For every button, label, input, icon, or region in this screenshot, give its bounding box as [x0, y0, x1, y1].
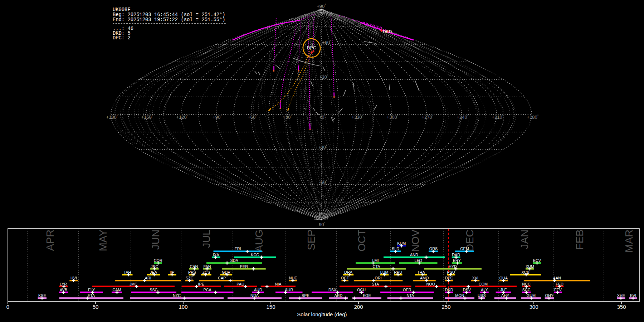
svg-text:AUG: AUG [253, 230, 265, 252]
svg-text:MON: MON [455, 293, 464, 298]
svg-text:DSV: DSV [463, 288, 471, 292]
svg-text:PPS: PPS [188, 270, 196, 274]
svg-text:NTA: NTA [406, 293, 414, 298]
svg-text:CAP: CAP [218, 276, 226, 280]
svg-text:JUL: JUL [201, 230, 212, 248]
svg-text:+330°: +330° [352, 114, 364, 120]
svg-text:NOO: NOO [426, 282, 435, 286]
svg-text:+150°: +150° [141, 114, 153, 120]
svg-text:MAY: MAY [97, 230, 109, 252]
svg-text:AUR: AUR [285, 288, 293, 292]
svg-text:NIA: NIA [275, 282, 282, 286]
svg-text:KCG: KCG [251, 253, 259, 257]
svg-text:AND: AND [410, 253, 418, 257]
svg-text:STA: STA [372, 282, 379, 286]
svg-text:300: 300 [529, 304, 538, 310]
svg-text:SSG: SSG [150, 288, 158, 292]
svg-text:SPE: SPE [302, 293, 309, 298]
svg-text:COM: COM [479, 282, 488, 286]
svg-text:MAR: MAR [623, 230, 635, 253]
svg-text:DSX: DSX [328, 288, 336, 292]
svg-text:ORI: ORI [375, 276, 382, 280]
svg-text:FEV: FEV [554, 288, 562, 292]
svg-text:AMO: AMO [420, 276, 429, 280]
svg-text:SEP: SEP [306, 230, 317, 250]
svg-text:FEB: FEB [574, 230, 585, 250]
svg-text:ETA: ETA [88, 293, 95, 298]
svg-text:DRA: DRA [344, 270, 353, 274]
svg-text:DPC: 2: DPC: 2 [113, 35, 131, 41]
svg-text:ARI: ARI [145, 276, 151, 280]
svg-text:100: 100 [179, 304, 187, 310]
svg-text:CAN: CAN [190, 264, 198, 269]
svg-text:GEM: GEM [460, 247, 469, 251]
svg-text:0: 0 [6, 304, 9, 310]
svg-text:IXA: IXA [213, 253, 219, 257]
svg-text:TAH: TAH [123, 270, 131, 274]
svg-text:DKD: DKD [383, 29, 392, 34]
svg-text:JUN: JUN [150, 230, 161, 250]
svg-text:End: 20251203 19:57:22 (sol =: End: 20251203 19:57:22 (sol = 251.55°) [113, 17, 225, 23]
svg-text:THA: THA [417, 270, 425, 274]
svg-text:+180°: +180° [527, 114, 539, 120]
svg-text:+240°: +240° [457, 114, 469, 120]
svg-text:250: 250 [441, 304, 450, 310]
svg-text:XCB: XCB [521, 270, 529, 274]
svg-text:+270°: +270° [422, 114, 434, 120]
svg-text:JMC: JMC [130, 282, 137, 286]
svg-text:200: 200 [354, 304, 363, 310]
svg-text:50: 50 [93, 304, 99, 310]
svg-text:ZCS: ZCS [202, 270, 210, 274]
svg-text:PER: PER [240, 264, 248, 269]
svg-text:LYR: LYR [60, 282, 67, 286]
svg-text:+120°: +120° [176, 114, 188, 120]
svg-text:UK008F: UK008F [113, 7, 131, 13]
svg-text:JAN: JAN [519, 230, 530, 249]
svg-text:PAU: PAU [236, 282, 244, 286]
svg-text:LEO: LEO [414, 258, 422, 263]
svg-text:+210°: +210° [492, 114, 504, 120]
svg-text:PCA: PCA [204, 288, 212, 292]
svg-text:JEA: JEA [150, 270, 157, 274]
svg-text:ARD: ARD [335, 293, 343, 298]
svg-text:Solar longitude (deg): Solar longitude (deg) [297, 311, 347, 317]
svg-text:+300°: +300° [387, 114, 399, 120]
svg-text:IPE: IPE [198, 282, 204, 286]
svg-text:350: 350 [617, 304, 626, 310]
svg-text:SDA: SDA [230, 258, 239, 263]
svg-text:CTA: CTA [373, 264, 381, 269]
svg-text:OER: OER [403, 288, 411, 292]
svg-text:NOV: NOV [410, 229, 421, 252]
svg-text:DPC: DPC [307, 45, 316, 50]
svg-text:EGE: EGE [363, 293, 371, 298]
svg-text:AHY: AHY [501, 293, 509, 298]
svg-text:+180°: +180° [106, 114, 118, 120]
svg-text:GDR: GDR [222, 270, 230, 274]
svg-text:NZC: NZC [173, 293, 181, 298]
svg-text:ELY: ELY [88, 288, 95, 292]
svg-text:APR: APR [44, 230, 56, 251]
svg-text:150: 150 [266, 304, 275, 310]
svg-text:EHY: EHY [453, 258, 461, 263]
svg-text:ERI: ERI [235, 247, 241, 251]
svg-text:OCT: OCT [356, 229, 367, 252]
